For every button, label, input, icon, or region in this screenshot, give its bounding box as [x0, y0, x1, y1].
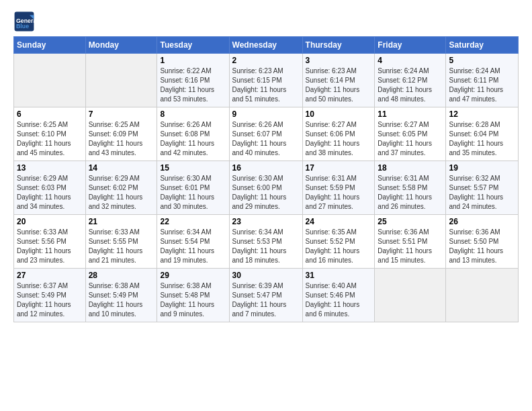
- day-info: Sunrise: 6:39 AM Sunset: 5:47 PM Dayligh…: [232, 281, 300, 319]
- week-row-5: 27Sunrise: 6:37 AM Sunset: 5:49 PM Dayli…: [14, 269, 519, 322]
- day-info: Sunrise: 6:35 AM Sunset: 5:52 PM Dayligh…: [306, 228, 372, 265]
- calendar-cell: 7Sunrise: 6:25 AM Sunset: 6:09 PM Daylig…: [85, 107, 157, 161]
- day-info: Sunrise: 6:29 AM Sunset: 6:03 PM Dayligh…: [17, 174, 83, 212]
- day-info: Sunrise: 6:34 AM Sunset: 5:53 PM Dayligh…: [232, 228, 300, 265]
- calendar: SundayMondayTuesdayWednesdayThursdayFrid…: [13, 36, 519, 322]
- calendar-cell: 20Sunrise: 6:33 AM Sunset: 5:56 PM Dayli…: [14, 215, 86, 269]
- day-number: 27: [17, 271, 83, 280]
- day-info: Sunrise: 6:26 AM Sunset: 6:08 PM Dayligh…: [160, 120, 226, 158]
- day-number: 7: [89, 109, 154, 119]
- calendar-cell: 2Sunrise: 6:23 AM Sunset: 6:15 PM Daylig…: [229, 54, 302, 107]
- calendar-cell: 31Sunrise: 6:40 AM Sunset: 5:46 PM Dayli…: [302, 269, 375, 322]
- calendar-body: 1Sunrise: 6:22 AM Sunset: 6:16 PM Daylig…: [14, 54, 519, 322]
- calendar-cell: 5Sunrise: 6:24 AM Sunset: 6:11 PM Daylig…: [446, 54, 519, 107]
- week-row-1: 1Sunrise: 6:22 AM Sunset: 6:16 PM Daylig…: [14, 54, 519, 107]
- calendar-cell: 18Sunrise: 6:31 AM Sunset: 5:58 PM Dayli…: [375, 161, 446, 215]
- day-info: Sunrise: 6:31 AM Sunset: 5:59 PM Dayligh…: [306, 174, 372, 212]
- calendar-cell: 27Sunrise: 6:37 AM Sunset: 5:49 PM Dayli…: [14, 269, 86, 322]
- day-number: 28: [89, 271, 154, 280]
- day-number: 25: [378, 217, 443, 226]
- day-number: 17: [306, 163, 372, 173]
- calendar-cell: 13Sunrise: 6:29 AM Sunset: 6:03 PM Dayli…: [14, 161, 86, 215]
- day-info: Sunrise: 6:36 AM Sunset: 5:50 PM Dayligh…: [449, 228, 515, 265]
- day-number: 31: [306, 271, 372, 280]
- day-info: Sunrise: 6:38 AM Sunset: 5:48 PM Dayligh…: [160, 281, 226, 319]
- calendar-cell: [446, 269, 519, 322]
- day-number: 14: [89, 163, 154, 173]
- day-number: 29: [160, 271, 226, 280]
- day-info: Sunrise: 6:24 AM Sunset: 6:11 PM Dayligh…: [449, 66, 515, 104]
- day-info: Sunrise: 6:36 AM Sunset: 5:51 PM Dayligh…: [378, 228, 443, 265]
- calendar-cell: 28Sunrise: 6:38 AM Sunset: 5:49 PM Dayli…: [85, 269, 157, 322]
- day-info: Sunrise: 6:26 AM Sunset: 6:07 PM Dayligh…: [232, 120, 300, 158]
- day-number: 2: [232, 56, 300, 65]
- day-info: Sunrise: 6:23 AM Sunset: 6:15 PM Dayligh…: [232, 66, 300, 104]
- header-row: SundayMondayTuesdayWednesdayThursdayFrid…: [14, 37, 519, 54]
- calendar-cell: 10Sunrise: 6:27 AM Sunset: 6:06 PM Dayli…: [302, 107, 375, 161]
- calendar-cell: 26Sunrise: 6:36 AM Sunset: 5:50 PM Dayli…: [446, 215, 519, 269]
- calendar-header: SundayMondayTuesdayWednesdayThursdayFrid…: [14, 37, 519, 54]
- day-number: 6: [17, 109, 83, 119]
- week-row-4: 20Sunrise: 6:33 AM Sunset: 5:56 PM Dayli…: [14, 215, 519, 269]
- calendar-cell: 29Sunrise: 6:38 AM Sunset: 5:48 PM Dayli…: [157, 269, 229, 322]
- day-number: 5: [449, 56, 515, 65]
- day-info: Sunrise: 6:31 AM Sunset: 5:58 PM Dayligh…: [378, 174, 443, 212]
- day-number: 18: [378, 163, 443, 173]
- day-header-monday: Monday: [85, 37, 157, 54]
- calendar-cell: 8Sunrise: 6:26 AM Sunset: 6:08 PM Daylig…: [157, 107, 229, 161]
- day-number: 1: [160, 56, 226, 65]
- day-info: Sunrise: 6:40 AM Sunset: 5:46 PM Dayligh…: [306, 281, 372, 319]
- day-number: 15: [160, 163, 226, 173]
- day-info: Sunrise: 6:32 AM Sunset: 5:57 PM Dayligh…: [449, 174, 515, 212]
- calendar-cell: [375, 269, 446, 322]
- day-info: Sunrise: 6:25 AM Sunset: 6:10 PM Dayligh…: [17, 120, 83, 158]
- day-header-thursday: Thursday: [302, 37, 375, 54]
- day-number: 30: [232, 271, 300, 280]
- logo: General Blue: [13, 11, 38, 32]
- day-header-sunday: Sunday: [14, 37, 86, 54]
- day-number: 8: [160, 109, 226, 119]
- week-row-2: 6Sunrise: 6:25 AM Sunset: 6:10 PM Daylig…: [14, 107, 519, 161]
- calendar-cell: 30Sunrise: 6:39 AM Sunset: 5:47 PM Dayli…: [229, 269, 302, 322]
- day-info: Sunrise: 6:38 AM Sunset: 5:49 PM Dayligh…: [89, 281, 154, 319]
- day-info: Sunrise: 6:37 AM Sunset: 5:49 PM Dayligh…: [17, 281, 83, 319]
- day-info: Sunrise: 6:28 AM Sunset: 6:04 PM Dayligh…: [449, 120, 515, 158]
- logo-icon: General Blue: [13, 11, 35, 32]
- day-number: 21: [89, 217, 154, 226]
- day-number: 23: [232, 217, 300, 226]
- calendar-cell: 11Sunrise: 6:27 AM Sunset: 6:05 PM Dayli…: [375, 107, 446, 161]
- calendar-cell: 4Sunrise: 6:24 AM Sunset: 6:12 PM Daylig…: [375, 54, 446, 107]
- day-number: 10: [306, 109, 372, 119]
- day-info: Sunrise: 6:25 AM Sunset: 6:09 PM Dayligh…: [89, 120, 154, 158]
- calendar-cell: 16Sunrise: 6:30 AM Sunset: 6:00 PM Dayli…: [229, 161, 302, 215]
- day-info: Sunrise: 6:33 AM Sunset: 5:55 PM Dayligh…: [89, 228, 154, 265]
- day-info: Sunrise: 6:30 AM Sunset: 6:00 PM Dayligh…: [232, 174, 300, 212]
- day-info: Sunrise: 6:29 AM Sunset: 6:02 PM Dayligh…: [89, 174, 154, 212]
- day-number: 3: [306, 56, 372, 65]
- week-row-3: 13Sunrise: 6:29 AM Sunset: 6:03 PM Dayli…: [14, 161, 519, 215]
- day-number: 20: [17, 217, 83, 226]
- calendar-cell: 23Sunrise: 6:34 AM Sunset: 5:53 PM Dayli…: [229, 215, 302, 269]
- day-number: 11: [378, 109, 443, 119]
- header: General Blue: [13, 11, 519, 32]
- day-header-saturday: Saturday: [446, 37, 519, 54]
- day-number: 22: [160, 217, 226, 226]
- day-info: Sunrise: 6:23 AM Sunset: 6:14 PM Dayligh…: [306, 66, 372, 104]
- day-header-tuesday: Tuesday: [157, 37, 229, 54]
- calendar-cell: 24Sunrise: 6:35 AM Sunset: 5:52 PM Dayli…: [302, 215, 375, 269]
- day-info: Sunrise: 6:33 AM Sunset: 5:56 PM Dayligh…: [17, 228, 83, 265]
- calendar-cell: 17Sunrise: 6:31 AM Sunset: 5:59 PM Dayli…: [302, 161, 375, 215]
- day-number: 13: [17, 163, 83, 173]
- day-number: 24: [306, 217, 372, 226]
- day-info: Sunrise: 6:34 AM Sunset: 5:54 PM Dayligh…: [160, 228, 226, 265]
- day-info: Sunrise: 6:30 AM Sunset: 6:01 PM Dayligh…: [160, 174, 226, 212]
- calendar-cell: [14, 54, 86, 107]
- calendar-cell: 9Sunrise: 6:26 AM Sunset: 6:07 PM Daylig…: [229, 107, 302, 161]
- calendar-cell: 1Sunrise: 6:22 AM Sunset: 6:16 PM Daylig…: [157, 54, 229, 107]
- calendar-cell: 14Sunrise: 6:29 AM Sunset: 6:02 PM Dayli…: [85, 161, 157, 215]
- calendar-cell: 19Sunrise: 6:32 AM Sunset: 5:57 PM Dayli…: [446, 161, 519, 215]
- svg-text:Blue: Blue: [16, 23, 29, 30]
- day-number: 26: [449, 217, 515, 226]
- calendar-cell: 6Sunrise: 6:25 AM Sunset: 6:10 PM Daylig…: [14, 107, 86, 161]
- calendar-cell: [85, 54, 157, 107]
